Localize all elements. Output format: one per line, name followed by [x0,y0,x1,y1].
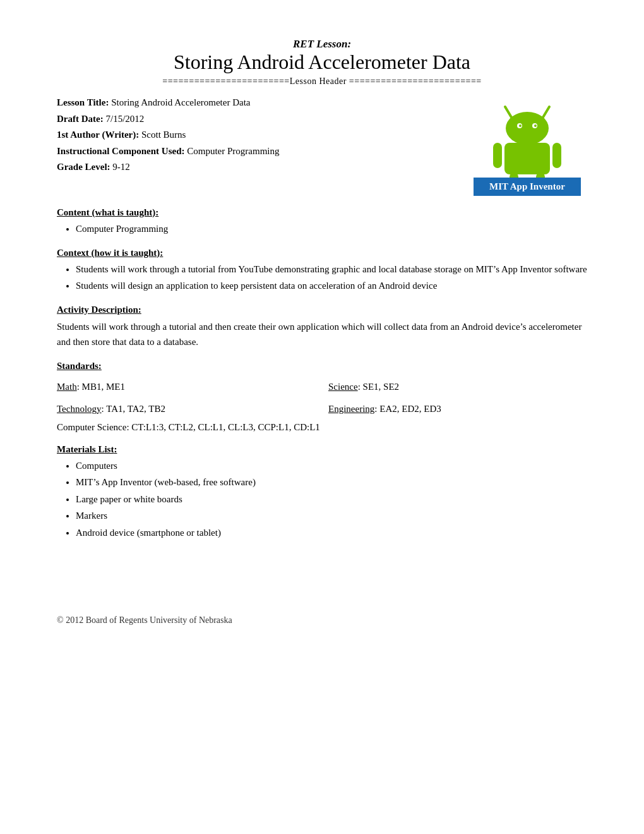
list-item: Android device (smartphone or tablet) [76,526,587,540]
svg-rect-9 [552,143,561,168]
draft-value: 7/15/2012 [105,114,144,124]
mit-app-inventor-label: MIT App Inventor [474,178,581,196]
math-value: MB1, ME1 [82,382,125,392]
footer: © 2012 Board of Regents University of Ne… [57,615,587,626]
eng-label: Engineering [328,404,374,414]
cs-standard: Computer Science: CT:L1:3, CT:L2, CL:L1,… [57,422,587,433]
science-label: Science [328,382,358,392]
materials-heading: Materials List: [57,444,587,455]
list-item: Markers [76,509,587,523]
content-heading: Content (what is taught): [57,207,587,218]
eng-standard: Engineering: EA2, ED2, ED3 [328,401,587,417]
android-graphic: MIT App Inventor [467,89,587,196]
android-robot-svg [477,89,578,190]
activity-body: Students will work through a tutorial an… [57,319,587,349]
standards-grid: Math: MB1, ME1 Science: SE1, SE2 Technol… [57,379,587,417]
tech-label: Technology [57,404,102,414]
svg-point-6 [534,124,537,127]
science-standard: Science: SE1, SE2 [328,379,587,395]
list-item: Students will design an application to k… [76,279,587,293]
cs-value: CT:L1:3, CT:L2, CL:L1, CL:L3, CCP:L1, CD… [131,422,320,432]
svg-point-5 [519,124,522,127]
list-item: MIT’s App Inventor (web-based, free soft… [76,475,587,490]
list-item: Computers [76,459,587,473]
math-label: Math [57,382,77,392]
list-item: Computer Programming [76,222,587,236]
svg-point-2 [506,112,549,145]
context-section: Context (how it is taught): Students wil… [57,248,587,293]
materials-section: Materials List: Computers MIT’s App Inve… [57,444,587,540]
ret-lesson-label: RET Lesson: [57,38,587,51]
materials-list: Computers MIT’s App Inventor (web-based,… [57,459,587,540]
activity-section: Activity Description: Students will work… [57,305,587,349]
science-value: SE1, SE2 [363,382,400,392]
author-label: 1st Author (Writer): [57,130,139,140]
eng-value: EA2, ED2, ED3 [379,404,441,414]
context-list: Students will work through a tutorial fr… [57,262,587,293]
svg-rect-8 [493,143,502,168]
svg-rect-7 [504,143,550,174]
component-value: Computer Programming [187,146,279,156]
grade-label: Grade Level: [57,162,110,172]
content-list: Computer Programming [57,222,587,236]
main-title: Storing Android Accelerometer Data [57,51,587,74]
grade-value: 9-12 [112,162,130,172]
divider-line: ========================Lesson Header ==… [57,76,587,87]
list-item: Students will work through a tutorial fr… [76,262,587,277]
component-label: Instructional Component Used: [57,146,185,156]
context-heading: Context (how it is taught): [57,248,587,258]
tech-standard: Technology: TA1, TA2, TB2 [57,401,316,417]
lesson-info-block: Lesson Title: Storing Android Accelerome… [57,95,467,176]
author-value: Scott Burns [141,130,186,140]
content-section: Content (what is taught): Computer Progr… [57,207,587,236]
page-header: RET Lesson: Storing Android Acceleromete… [57,38,587,87]
title-label: Lesson Title: [57,97,109,107]
activity-heading: Activity Description: [57,305,587,315]
draft-label: Draft Date: [57,114,104,124]
standards-section: Standards: Math: MB1, ME1 Science: SE1, … [57,361,587,433]
standards-heading: Standards: [57,361,587,372]
cs-label: Computer Science [57,422,126,432]
title-value: Storing Android Accelerometer Data [111,97,250,107]
copyright-text: © 2012 Board of Regents University of Ne… [57,615,232,625]
tech-value: TA1, TA2, TB2 [106,404,165,414]
list-item: Large paper or white boards [76,492,587,507]
math-standard: Math: MB1, ME1 [57,379,316,395]
